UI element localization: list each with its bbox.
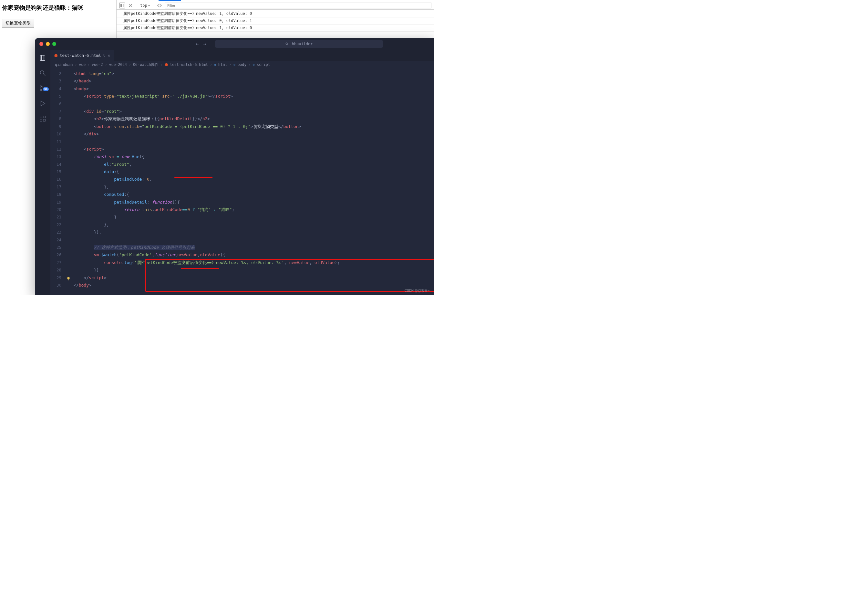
code-line[interactable]: 3</head> xyxy=(50,77,434,85)
toggle-pet-button[interactable]: 切换宠物类型 xyxy=(2,19,34,28)
code-text: <h2>你家宠物是狗狗还是猫咪：{{petKindDetail}}</h2> xyxy=(72,115,434,123)
code-line[interactable]: 23 }); xyxy=(50,228,434,236)
line-number: 17 xyxy=(50,183,66,191)
code-line[interactable]: 30</body> xyxy=(50,281,434,289)
code-text: <script> xyxy=(72,145,434,153)
code-line[interactable]: 5 <script type="text/javascript" src="..… xyxy=(50,92,434,100)
devtools-tab-indicator xyxy=(117,0,434,1)
close-window-icon[interactable] xyxy=(39,42,43,46)
code-line[interactable]: 20 return this.petKindCode==0 ? "狗狗" : "… xyxy=(50,206,434,213)
code-line[interactable]: 27 console.log('属性petKindCode被监测前后值变化==》… xyxy=(50,259,434,266)
code-text: }, xyxy=(72,183,434,191)
line-number: 28 xyxy=(50,266,66,274)
debug-icon[interactable] xyxy=(39,100,46,108)
context-selector[interactable]: top▼ xyxy=(139,3,151,8)
code-line[interactable]: 15 data:{ xyxy=(50,168,434,176)
code-line[interactable]: 7 <div id="root"> xyxy=(50,108,434,115)
code-text: }, xyxy=(72,221,434,228)
live-expression-icon[interactable] xyxy=(156,3,162,8)
crumb[interactable]: 06-watch属性 xyxy=(133,62,159,67)
code-line[interactable]: 17 }, xyxy=(50,183,434,191)
code-line[interactable]: 8 <h2>你家宠物是狗狗还是猫咪：{{petKindDetail}}</h2> xyxy=(50,115,434,123)
line-number: 11 xyxy=(50,138,66,145)
crumb[interactable]: body xyxy=(237,62,247,67)
code-line[interactable]: 28 }) xyxy=(50,266,434,274)
code-line[interactable]: 18 computed:{ xyxy=(50,191,434,198)
line-number: 16 xyxy=(50,176,66,183)
chevron-right-icon: › xyxy=(248,62,251,67)
code-line[interactable]: 11 xyxy=(50,138,434,145)
clear-console-icon[interactable] xyxy=(128,3,133,8)
code-line[interactable]: 25 // 这种方式监测，petKindCode 必须用引号引起来 xyxy=(50,244,434,251)
maximize-window-icon[interactable] xyxy=(52,42,56,46)
code-line[interactable]: 13 const vm = new Vue({ xyxy=(50,153,434,160)
nav-arrows: ← → xyxy=(196,41,206,47)
line-number: 19 xyxy=(50,198,66,206)
code-line[interactable]: 9 <button v-on:click="petKindCode = (pet… xyxy=(50,123,434,130)
code-editor-window: ← → hbuuilder ⬢ test-watch-6.html U × xyxy=(35,38,434,295)
code-line[interactable]: 29 </script> xyxy=(50,274,434,281)
code-text: petKindDetail: function(){ xyxy=(72,198,434,206)
crumb[interactable]: qianduan xyxy=(55,62,73,67)
console-row: 属性petKindCode被监测前后值变化==》newValue: 1, old… xyxy=(117,10,434,18)
line-number: 20 xyxy=(50,206,66,213)
code-line[interactable]: 14 el:"#root", xyxy=(50,161,434,168)
line-number: 13 xyxy=(50,153,66,160)
line-number: 3 xyxy=(50,77,66,85)
breadcrumbs[interactable]: qianduan› vue› vue-2› vue-2024› 06-watch… xyxy=(50,61,434,68)
lightbulb-icon[interactable] xyxy=(66,275,70,279)
explorer-icon[interactable] xyxy=(39,54,46,62)
line-number: 14 xyxy=(50,161,66,168)
html-file-icon: ⬢ xyxy=(165,62,168,67)
crumb[interactable]: test-watch-6.html xyxy=(170,62,208,67)
code-text: </head> xyxy=(72,77,434,85)
code-line[interactable]: 10 </div> xyxy=(50,130,434,138)
svg-point-9 xyxy=(40,71,44,74)
svg-marker-14 xyxy=(41,101,45,106)
search-activity-icon[interactable] xyxy=(39,69,46,78)
minimize-window-icon[interactable] xyxy=(46,42,50,46)
code-text: </div> xyxy=(72,130,434,138)
code-text: <body> xyxy=(72,85,434,92)
line-number: 10 xyxy=(50,130,66,138)
nav-forward-icon[interactable]: → xyxy=(203,41,206,47)
code-line[interactable]: 21 } xyxy=(50,213,434,221)
crumb[interactable]: vue xyxy=(79,62,86,67)
watermark: CSDN @@素素~ xyxy=(404,288,430,293)
crumb[interactable]: vue-2 xyxy=(92,62,103,67)
code-line[interactable]: 22 }, xyxy=(50,221,434,228)
extensions-icon[interactable] xyxy=(39,115,46,123)
search-placeholder: hbuuilder xyxy=(292,42,313,46)
line-number: 23 xyxy=(50,228,66,236)
code-area[interactable]: 2<html lang="en">3</head>4<body>5 <scrip… xyxy=(50,68,434,295)
tab-file[interactable]: ⬢ test-watch-6.html U × xyxy=(50,50,114,61)
code-line[interactable]: 19 petKindDetail: function(){ xyxy=(50,198,434,206)
nav-back-icon[interactable]: ← xyxy=(196,41,199,47)
window-controls[interactable] xyxy=(39,42,56,46)
svg-rect-7 xyxy=(40,55,44,61)
rendered-page: 你家宠物是狗狗还是猫咪：猫咪 切换宠物类型 xyxy=(2,4,83,28)
code-line[interactable]: 24 xyxy=(50,236,434,244)
line-number: 9 xyxy=(50,123,66,130)
code-line[interactable]: 16 petKindCode: 0, xyxy=(50,176,434,183)
chevron-right-icon: › xyxy=(229,62,232,67)
code-line[interactable]: 4<body> xyxy=(50,85,434,92)
toggle-sidebar-icon[interactable] xyxy=(119,3,125,8)
console-filter-input[interactable] xyxy=(165,3,431,8)
code-line[interactable]: 2<html lang="en"> xyxy=(50,70,434,77)
code-line[interactable]: 6 xyxy=(50,100,434,108)
console-output: 属性petKindCode被监测前后值变化==》newValue: 1, old… xyxy=(117,10,434,32)
source-control-icon[interactable] xyxy=(39,85,46,93)
console-row: 属性petKindCode被监测前后值变化==》newValue: 1, old… xyxy=(117,25,434,32)
tab-close-icon[interactable]: × xyxy=(108,53,111,58)
crumb[interactable]: html xyxy=(218,62,227,67)
line-number: 8 xyxy=(50,115,66,123)
code-line[interactable]: 12 <script> xyxy=(50,145,434,153)
code-line[interactable]: 26 vm.$watch('petKindCode',function(newV… xyxy=(50,251,434,259)
command-search[interactable]: hbuuilder xyxy=(215,40,383,48)
line-number: 24 xyxy=(50,236,66,244)
crumb[interactable]: script xyxy=(257,62,270,67)
svg-rect-17 xyxy=(40,119,42,121)
code-text: petKindCode: 0, xyxy=(72,176,434,183)
crumb[interactable]: vue-2024 xyxy=(109,62,127,67)
